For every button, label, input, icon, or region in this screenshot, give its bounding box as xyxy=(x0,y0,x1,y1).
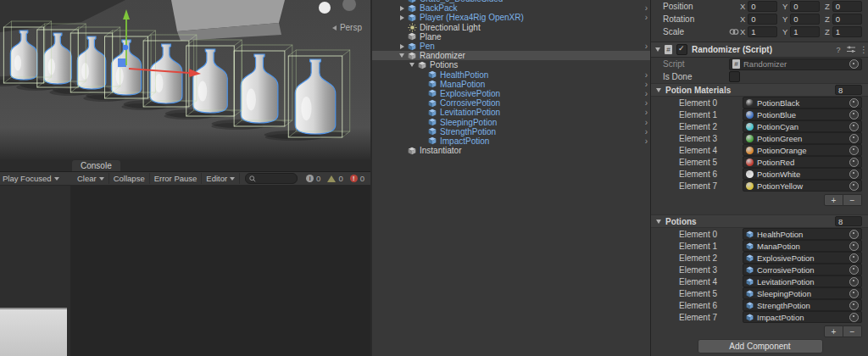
object-field[interactable]: CorrosivePotion xyxy=(743,264,862,275)
array-size-field[interactable]: 8 xyxy=(835,216,862,226)
object-field[interactable]: PotionWhite xyxy=(743,168,862,180)
object-picker-icon[interactable] xyxy=(849,289,859,298)
gizmo-y-arrowhead[interactable] xyxy=(123,9,130,19)
component-enabled-checkbox[interactable] xyxy=(676,44,687,55)
potion-bottle[interactable] xyxy=(295,59,336,134)
add-component-button[interactable]: Add Component xyxy=(698,339,823,353)
hierarchy-row[interactable]: Randomizer xyxy=(372,51,652,60)
error-pause-button[interactable]: Error Pause xyxy=(150,173,203,184)
play-focused-dropdown[interactable]: Play Focused xyxy=(3,174,52,183)
potion-bottle[interactable] xyxy=(44,33,71,84)
object-field[interactable]: SleepingPotion xyxy=(743,287,862,299)
hierarchy-row[interactable]: Pen xyxy=(372,42,652,51)
axis-value-field[interactable]: 1 xyxy=(790,26,820,37)
object-field[interactable]: LevitationPotion xyxy=(743,275,862,287)
object-picker-icon[interactable] xyxy=(849,122,859,131)
foldout-arrow-icon[interactable] xyxy=(407,63,417,67)
prefab-open-chevron[interactable] xyxy=(645,4,648,12)
remove-element-button[interactable] xyxy=(843,325,862,337)
object-field[interactable]: PotionCyan xyxy=(743,120,862,132)
potion-bottle[interactable] xyxy=(150,44,182,103)
scene-view[interactable]: Persp xyxy=(0,0,370,160)
add-element-button[interactable] xyxy=(824,194,843,206)
object-field[interactable]: PotionYellow xyxy=(743,180,862,192)
hierarchy-row[interactable]: ManaPotion xyxy=(372,80,652,89)
hierarchy-row[interactable]: BackPack xyxy=(372,3,652,13)
scene-view-canvas[interactable] xyxy=(0,0,370,159)
hierarchy-row[interactable]: HealthPotion xyxy=(372,70,652,80)
foldout-arrow-icon[interactable] xyxy=(397,53,407,58)
foldout-arrow-icon[interactable] xyxy=(655,47,660,52)
object-field[interactable]: PotionOrange xyxy=(743,144,862,156)
hierarchy-row[interactable]: StrengthPotion xyxy=(372,127,652,136)
collapse-button[interactable]: Collapse xyxy=(109,173,150,184)
scale-link-icon[interactable] xyxy=(729,28,740,36)
object-field[interactable]: StrengthPotion xyxy=(743,299,862,311)
tab-console[interactable]: Console xyxy=(72,160,120,171)
object-field[interactable]: PotionBlue xyxy=(743,108,862,120)
foldout-arrow-icon[interactable] xyxy=(397,44,407,49)
editor-dropdown[interactable]: Editor xyxy=(202,173,240,184)
object-field[interactable]: HealthPotion xyxy=(743,228,862,240)
object-field[interactable]: PotionRed xyxy=(743,156,862,168)
prefab-open-chevron[interactable] xyxy=(645,128,648,136)
prefab-open-chevron[interactable] xyxy=(645,90,648,97)
projection-control[interactable]: Persp xyxy=(332,23,362,32)
potion-bottle[interactable] xyxy=(193,49,228,113)
object-field[interactable]: ManaPotion xyxy=(743,240,862,252)
object-picker-icon[interactable] xyxy=(849,230,859,239)
object-picker-icon[interactable] xyxy=(849,110,859,120)
potion-bottle[interactable] xyxy=(10,31,36,80)
axis-value-field[interactable]: 1 xyxy=(832,26,862,37)
hierarchy-row[interactable]: Directional Light xyxy=(372,23,652,32)
gizmo-plane-handle[interactable] xyxy=(118,58,126,67)
prefab-open-chevron[interactable] xyxy=(645,108,648,116)
object-picker-icon[interactable] xyxy=(849,146,859,155)
section-header[interactable]: Potion Materials8 xyxy=(651,83,868,97)
object-field[interactable]: PotionGreen xyxy=(743,132,862,144)
is-done-checkbox[interactable] xyxy=(729,71,740,82)
object-field[interactable]: ImpactPotion xyxy=(743,311,862,323)
axis-value-field[interactable]: 1 xyxy=(748,26,777,37)
remove-element-button[interactable] xyxy=(843,194,862,206)
hierarchy-row[interactable]: Player (Hexa4Rig OpenXR) xyxy=(372,13,652,22)
console-search[interactable] xyxy=(245,173,298,184)
axis-value-field[interactable]: 0 xyxy=(832,14,862,25)
error-count-badge[interactable]: 0 xyxy=(347,174,368,183)
prefab-open-chevron[interactable] xyxy=(645,99,648,107)
object-picker-icon[interactable] xyxy=(849,301,859,310)
preset-icon[interactable] xyxy=(847,46,855,53)
object-picker-icon[interactable] xyxy=(849,265,859,275)
help-icon[interactable] xyxy=(834,46,843,54)
object-field[interactable]: ExplosivePotion xyxy=(743,252,862,264)
prefab-open-chevron[interactable] xyxy=(645,137,648,145)
prefab-open-chevron[interactable] xyxy=(645,42,648,50)
axis-value-field[interactable]: 0 xyxy=(790,14,820,25)
object-picker-icon[interactable] xyxy=(849,277,859,286)
object-picker-icon[interactable] xyxy=(849,134,859,143)
warning-count-badge[interactable]: 0 xyxy=(324,174,346,183)
object-picker-icon[interactable] xyxy=(849,98,859,108)
hierarchy-row[interactable]: SleepingPotion xyxy=(372,117,652,126)
console-search-input[interactable] xyxy=(259,175,293,183)
foldout-arrow-icon[interactable] xyxy=(397,15,407,20)
object-picker-icon[interactable] xyxy=(849,181,859,191)
foldout-arrow-icon[interactable] xyxy=(397,6,407,11)
object-picker-icon[interactable] xyxy=(849,170,859,179)
hierarchy-row[interactable]: CorrosivePotion xyxy=(372,98,652,108)
potion-bottle[interactable] xyxy=(241,54,278,123)
section-header[interactable]: Potions8 xyxy=(651,214,868,228)
component-header[interactable]: Randomizer (Script) xyxy=(651,42,868,58)
array-size-field[interactable]: 8 xyxy=(835,85,862,95)
hierarchy-row[interactable]: Plane xyxy=(372,32,652,42)
axis-value-field[interactable]: 0 xyxy=(748,14,777,25)
object-picker-icon[interactable] xyxy=(849,313,859,322)
object-picker-icon[interactable] xyxy=(849,158,859,167)
object-picker-icon[interactable] xyxy=(849,59,859,69)
prefab-open-chevron[interactable] xyxy=(645,71,648,79)
prefab-open-chevron[interactable] xyxy=(645,81,648,88)
prefab-open-chevron[interactable] xyxy=(645,14,648,21)
info-count-badge[interactable]: 0 xyxy=(303,174,324,183)
gizmo-z-handle[interactable] xyxy=(123,45,128,50)
hierarchy-row[interactable]: Potions xyxy=(372,60,652,70)
